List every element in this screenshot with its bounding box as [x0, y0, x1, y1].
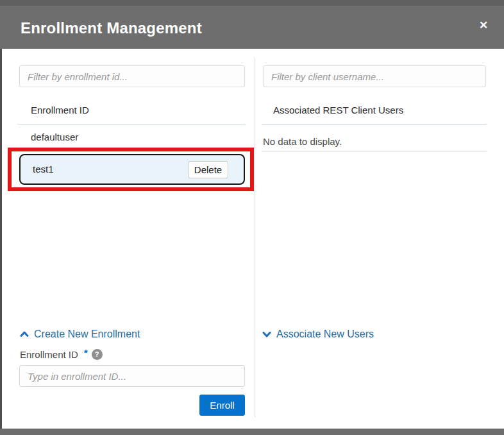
no-data-message: No data to display. — [263, 133, 487, 151]
panel-divider — [255, 58, 255, 417]
associate-new-users-label: Associate New Users — [276, 328, 374, 340]
enrollment-row-defaultuser[interactable]: defaultuser — [17, 126, 246, 149]
enrollment-id-field-label: Enrollment ID — [20, 349, 78, 360]
associated-users-column-header: Associated REST Client Users — [273, 105, 403, 115]
enrollment-header-rule — [17, 124, 246, 124]
selected-enrollment-row[interactable]: test1 Delete — [19, 154, 245, 185]
selected-enrollment-label: test1 — [33, 164, 54, 175]
window-left-edge — [0, 0, 2, 435]
enrollment-management-dialog: Enrollment Management ✕ Enrollment ID de… — [0, 0, 504, 435]
enroll-button[interactable]: Enroll — [199, 395, 245, 416]
associate-new-users-toggle[interactable]: Associate New Users — [262, 328, 374, 340]
required-asterisk: * — [84, 347, 88, 358]
enrollment-id-column-header: Enrollment ID — [31, 105, 89, 115]
dialog-footer — [0, 429, 504, 435]
dialog-header: Enrollment Management ✕ — [0, 0, 504, 49]
delete-button[interactable]: Delete — [188, 161, 228, 178]
close-button[interactable]: ✕ — [473, 15, 494, 36]
no-data-rule — [262, 151, 487, 152]
chevron-down-icon — [262, 330, 271, 339]
client-username-filter-input[interactable] — [263, 65, 486, 87]
create-new-enrollment-label: Create New Enrollment — [34, 328, 140, 340]
close-icon: ✕ — [479, 19, 488, 31]
new-enrollment-id-input[interactable] — [19, 365, 245, 387]
enrollment-filter-input[interactable] — [19, 65, 245, 87]
enrollment-id-field-label-row: Enrollment ID * ? — [20, 349, 103, 360]
associated-users-header-rule — [262, 124, 487, 125]
help-icon[interactable]: ? — [92, 349, 103, 360]
dialog-title: Enrollment Management — [21, 19, 202, 37]
create-new-enrollment-toggle[interactable]: Create New Enrollment — [20, 328, 140, 340]
chevron-up-icon — [20, 330, 29, 339]
